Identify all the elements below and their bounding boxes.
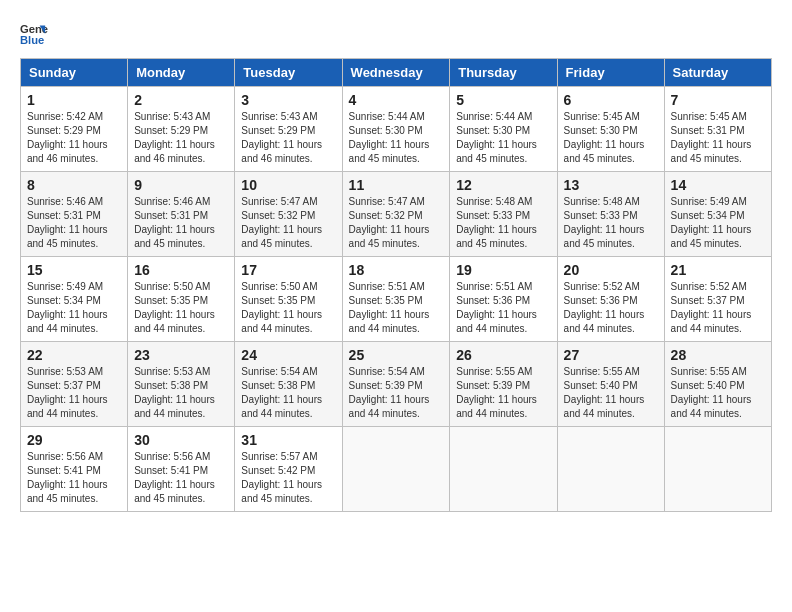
day-number: 25 bbox=[349, 347, 444, 363]
calendar-cell: 30 Sunrise: 5:56 AMSunset: 5:41 PMDaylig… bbox=[128, 427, 235, 512]
calendar-cell bbox=[450, 427, 557, 512]
calendar-cell: 21 Sunrise: 5:52 AMSunset: 5:37 PMDaylig… bbox=[664, 257, 771, 342]
calendar-cell: 16 Sunrise: 5:50 AMSunset: 5:35 PMDaylig… bbox=[128, 257, 235, 342]
day-number: 2 bbox=[134, 92, 228, 108]
day-number: 15 bbox=[27, 262, 121, 278]
day-number: 29 bbox=[27, 432, 121, 448]
day-number: 5 bbox=[456, 92, 550, 108]
day-number: 30 bbox=[134, 432, 228, 448]
calendar-table: SundayMondayTuesdayWednesdayThursdayFrid… bbox=[20, 58, 772, 512]
day-info: Sunrise: 5:55 AMSunset: 5:40 PMDaylight:… bbox=[564, 366, 645, 419]
day-info: Sunrise: 5:54 AMSunset: 5:38 PMDaylight:… bbox=[241, 366, 322, 419]
day-info: Sunrise: 5:49 AMSunset: 5:34 PMDaylight:… bbox=[27, 281, 108, 334]
day-number: 22 bbox=[27, 347, 121, 363]
day-info: Sunrise: 5:55 AMSunset: 5:40 PMDaylight:… bbox=[671, 366, 752, 419]
calendar-header-row: SundayMondayTuesdayWednesdayThursdayFrid… bbox=[21, 59, 772, 87]
day-number: 16 bbox=[134, 262, 228, 278]
calendar-row: 22 Sunrise: 5:53 AMSunset: 5:37 PMDaylig… bbox=[21, 342, 772, 427]
day-number: 26 bbox=[456, 347, 550, 363]
calendar-cell: 4 Sunrise: 5:44 AMSunset: 5:30 PMDayligh… bbox=[342, 87, 450, 172]
day-info: Sunrise: 5:48 AMSunset: 5:33 PMDaylight:… bbox=[456, 196, 537, 249]
day-info: Sunrise: 5:43 AMSunset: 5:29 PMDaylight:… bbox=[134, 111, 215, 164]
day-info: Sunrise: 5:54 AMSunset: 5:39 PMDaylight:… bbox=[349, 366, 430, 419]
calendar-row: 1 Sunrise: 5:42 AMSunset: 5:29 PMDayligh… bbox=[21, 87, 772, 172]
calendar-cell bbox=[342, 427, 450, 512]
calendar-cell: 22 Sunrise: 5:53 AMSunset: 5:37 PMDaylig… bbox=[21, 342, 128, 427]
calendar-header-cell: Sunday bbox=[21, 59, 128, 87]
day-info: Sunrise: 5:43 AMSunset: 5:29 PMDaylight:… bbox=[241, 111, 322, 164]
day-number: 4 bbox=[349, 92, 444, 108]
day-info: Sunrise: 5:50 AMSunset: 5:35 PMDaylight:… bbox=[241, 281, 322, 334]
day-number: 10 bbox=[241, 177, 335, 193]
calendar-row: 8 Sunrise: 5:46 AMSunset: 5:31 PMDayligh… bbox=[21, 172, 772, 257]
day-number: 28 bbox=[671, 347, 765, 363]
calendar-cell: 26 Sunrise: 5:55 AMSunset: 5:39 PMDaylig… bbox=[450, 342, 557, 427]
calendar-cell: 13 Sunrise: 5:48 AMSunset: 5:33 PMDaylig… bbox=[557, 172, 664, 257]
day-info: Sunrise: 5:51 AMSunset: 5:35 PMDaylight:… bbox=[349, 281, 430, 334]
day-number: 12 bbox=[456, 177, 550, 193]
calendar-header-cell: Tuesday bbox=[235, 59, 342, 87]
day-number: 9 bbox=[134, 177, 228, 193]
calendar-cell: 31 Sunrise: 5:57 AMSunset: 5:42 PMDaylig… bbox=[235, 427, 342, 512]
calendar-cell: 15 Sunrise: 5:49 AMSunset: 5:34 PMDaylig… bbox=[21, 257, 128, 342]
day-info: Sunrise: 5:48 AMSunset: 5:33 PMDaylight:… bbox=[564, 196, 645, 249]
calendar-cell bbox=[557, 427, 664, 512]
calendar-cell: 3 Sunrise: 5:43 AMSunset: 5:29 PMDayligh… bbox=[235, 87, 342, 172]
calendar-row: 29 Sunrise: 5:56 AMSunset: 5:41 PMDaylig… bbox=[21, 427, 772, 512]
calendar-body: 1 Sunrise: 5:42 AMSunset: 5:29 PMDayligh… bbox=[21, 87, 772, 512]
day-info: Sunrise: 5:45 AMSunset: 5:31 PMDaylight:… bbox=[671, 111, 752, 164]
calendar-cell: 18 Sunrise: 5:51 AMSunset: 5:35 PMDaylig… bbox=[342, 257, 450, 342]
calendar-cell: 24 Sunrise: 5:54 AMSunset: 5:38 PMDaylig… bbox=[235, 342, 342, 427]
calendar-cell: 9 Sunrise: 5:46 AMSunset: 5:31 PMDayligh… bbox=[128, 172, 235, 257]
calendar-cell: 7 Sunrise: 5:45 AMSunset: 5:31 PMDayligh… bbox=[664, 87, 771, 172]
day-info: Sunrise: 5:44 AMSunset: 5:30 PMDaylight:… bbox=[349, 111, 430, 164]
day-number: 27 bbox=[564, 347, 658, 363]
calendar-cell: 12 Sunrise: 5:48 AMSunset: 5:33 PMDaylig… bbox=[450, 172, 557, 257]
day-number: 17 bbox=[241, 262, 335, 278]
day-number: 20 bbox=[564, 262, 658, 278]
day-info: Sunrise: 5:55 AMSunset: 5:39 PMDaylight:… bbox=[456, 366, 537, 419]
calendar-cell: 23 Sunrise: 5:53 AMSunset: 5:38 PMDaylig… bbox=[128, 342, 235, 427]
day-number: 21 bbox=[671, 262, 765, 278]
calendar-header-cell: Friday bbox=[557, 59, 664, 87]
day-number: 11 bbox=[349, 177, 444, 193]
day-number: 18 bbox=[349, 262, 444, 278]
calendar-header-cell: Saturday bbox=[664, 59, 771, 87]
day-number: 23 bbox=[134, 347, 228, 363]
calendar-cell: 11 Sunrise: 5:47 AMSunset: 5:32 PMDaylig… bbox=[342, 172, 450, 257]
day-info: Sunrise: 5:56 AMSunset: 5:41 PMDaylight:… bbox=[27, 451, 108, 504]
logo: General Blue bbox=[20, 20, 52, 48]
day-info: Sunrise: 5:53 AMSunset: 5:38 PMDaylight:… bbox=[134, 366, 215, 419]
calendar-cell: 10 Sunrise: 5:47 AMSunset: 5:32 PMDaylig… bbox=[235, 172, 342, 257]
day-info: Sunrise: 5:49 AMSunset: 5:34 PMDaylight:… bbox=[671, 196, 752, 249]
calendar-cell: 29 Sunrise: 5:56 AMSunset: 5:41 PMDaylig… bbox=[21, 427, 128, 512]
day-number: 31 bbox=[241, 432, 335, 448]
calendar-header-cell: Wednesday bbox=[342, 59, 450, 87]
calendar-cell: 14 Sunrise: 5:49 AMSunset: 5:34 PMDaylig… bbox=[664, 172, 771, 257]
calendar-cell: 8 Sunrise: 5:46 AMSunset: 5:31 PMDayligh… bbox=[21, 172, 128, 257]
calendar-cell: 17 Sunrise: 5:50 AMSunset: 5:35 PMDaylig… bbox=[235, 257, 342, 342]
day-info: Sunrise: 5:51 AMSunset: 5:36 PMDaylight:… bbox=[456, 281, 537, 334]
calendar-row: 15 Sunrise: 5:49 AMSunset: 5:34 PMDaylig… bbox=[21, 257, 772, 342]
day-number: 3 bbox=[241, 92, 335, 108]
day-info: Sunrise: 5:52 AMSunset: 5:37 PMDaylight:… bbox=[671, 281, 752, 334]
day-number: 24 bbox=[241, 347, 335, 363]
calendar-cell bbox=[664, 427, 771, 512]
day-info: Sunrise: 5:45 AMSunset: 5:30 PMDaylight:… bbox=[564, 111, 645, 164]
day-info: Sunrise: 5:47 AMSunset: 5:32 PMDaylight:… bbox=[241, 196, 322, 249]
day-info: Sunrise: 5:50 AMSunset: 5:35 PMDaylight:… bbox=[134, 281, 215, 334]
day-info: Sunrise: 5:56 AMSunset: 5:41 PMDaylight:… bbox=[134, 451, 215, 504]
day-number: 8 bbox=[27, 177, 121, 193]
day-info: Sunrise: 5:57 AMSunset: 5:42 PMDaylight:… bbox=[241, 451, 322, 504]
day-info: Sunrise: 5:46 AMSunset: 5:31 PMDaylight:… bbox=[134, 196, 215, 249]
calendar-header-cell: Thursday bbox=[450, 59, 557, 87]
calendar-cell: 27 Sunrise: 5:55 AMSunset: 5:40 PMDaylig… bbox=[557, 342, 664, 427]
day-number: 7 bbox=[671, 92, 765, 108]
calendar-cell: 5 Sunrise: 5:44 AMSunset: 5:30 PMDayligh… bbox=[450, 87, 557, 172]
calendar-cell: 19 Sunrise: 5:51 AMSunset: 5:36 PMDaylig… bbox=[450, 257, 557, 342]
day-info: Sunrise: 5:44 AMSunset: 5:30 PMDaylight:… bbox=[456, 111, 537, 164]
calendar-cell: 25 Sunrise: 5:54 AMSunset: 5:39 PMDaylig… bbox=[342, 342, 450, 427]
day-info: Sunrise: 5:46 AMSunset: 5:31 PMDaylight:… bbox=[27, 196, 108, 249]
calendar-cell: 2 Sunrise: 5:43 AMSunset: 5:29 PMDayligh… bbox=[128, 87, 235, 172]
day-info: Sunrise: 5:47 AMSunset: 5:32 PMDaylight:… bbox=[349, 196, 430, 249]
